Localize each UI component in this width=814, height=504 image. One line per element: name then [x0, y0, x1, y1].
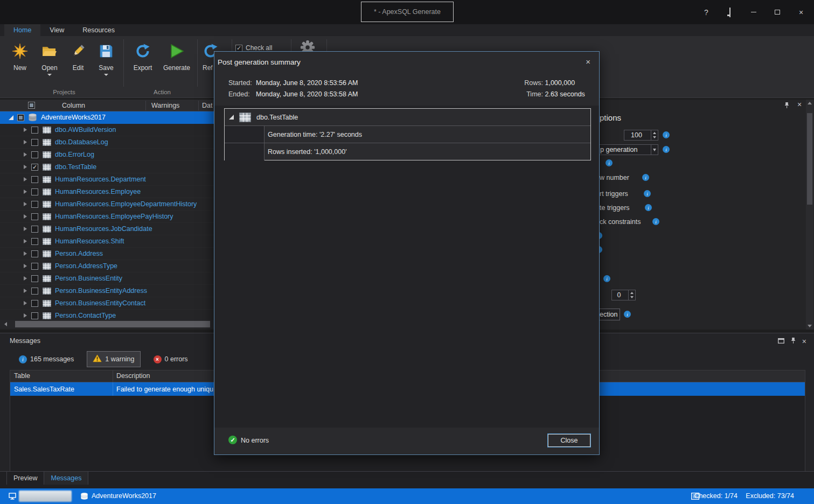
tree-item-checkbox[interactable]	[31, 201, 38, 208]
summary-table-row[interactable]: dbo.TestTable	[225, 109, 590, 126]
expand-arrow-icon[interactable]	[24, 152, 27, 157]
info-icon[interactable]: i	[663, 131, 670, 138]
table-row[interactable]: HumanResources.Department	[0, 173, 215, 186]
expand-arrow-icon[interactable]	[24, 289, 27, 293]
filter-messages-button[interactable]: i 165 messages	[13, 353, 79, 366]
tree-item-checkbox[interactable]	[31, 312, 38, 319]
column-header-data[interactable]: Dat	[202, 102, 212, 109]
collapse-arrow-icon[interactable]	[229, 115, 234, 120]
tab-resources[interactable]: Resources	[73, 24, 124, 36]
filter-errors-button[interactable]: × 0 errors	[148, 353, 193, 366]
column-header-column[interactable]: Column	[62, 102, 85, 109]
expand-arrow-icon[interactable]	[24, 276, 27, 281]
tree-root-row[interactable]: AdventureWorks2017	[0, 111, 215, 124]
expand-arrow-icon[interactable]	[24, 313, 27, 318]
expand-arrow-icon[interactable]	[24, 190, 27, 194]
scroll-up-icon[interactable]	[808, 102, 812, 104]
vertical-scrollbar[interactable]	[806, 100, 813, 330]
save-project-button[interactable]: Save	[92, 39, 121, 87]
column-divider[interactable]	[113, 370, 113, 382]
window-layout-icon[interactable]	[725, 8, 735, 17]
tree-item-checkbox[interactable]	[31, 188, 38, 195]
table-row[interactable]: HumanResources.Shift	[0, 235, 215, 248]
tab-home[interactable]: Home	[4, 24, 40, 36]
offset-spinner[interactable]: 0	[611, 290, 636, 300]
tree-item-checkbox[interactable]	[31, 263, 38, 270]
info-icon[interactable]: i	[652, 218, 659, 225]
scrollbar-thumb[interactable]	[807, 113, 812, 205]
tree-item-checkbox[interactable]	[31, 127, 38, 134]
help-button[interactable]: ?	[701, 8, 712, 17]
tree-item-checkbox[interactable]	[31, 213, 38, 220]
edit-project-button[interactable]: Edit	[65, 39, 92, 87]
info-icon[interactable]: i	[642, 174, 649, 181]
expand-arrow-icon[interactable]	[24, 301, 27, 305]
open-project-button[interactable]: Open	[34, 39, 65, 87]
column-header-warnings[interactable]: Warnings	[151, 102, 179, 109]
dialog-close-button[interactable]: Close	[548, 434, 590, 447]
dropdown-arrow-icon[interactable]	[651, 145, 658, 155]
pin-icon[interactable]	[790, 337, 796, 346]
close-button[interactable]: ×	[796, 8, 806, 17]
tree-root-checkbox[interactable]	[17, 114, 24, 121]
info-icon[interactable]: i	[644, 190, 651, 197]
expand-arrow-icon[interactable]	[24, 264, 27, 268]
table-row[interactable]: HumanResources.JobCandidate	[0, 223, 215, 235]
table-row[interactable]: Person.ContactType	[0, 310, 215, 320]
export-button[interactable]: Export	[127, 39, 159, 87]
expand-arrow-icon[interactable]	[24, 202, 27, 206]
table-row[interactable]: Person.BusinessEntityAddress	[0, 285, 215, 297]
table-row[interactable]: HumanResources.Employee	[0, 186, 215, 198]
tree-item-checkbox[interactable]	[31, 250, 38, 257]
tree-item-checkbox[interactable]	[31, 139, 38, 146]
tab-view[interactable]: View	[40, 24, 73, 36]
tree-item-checkbox[interactable]	[31, 176, 38, 183]
filter-warnings-button[interactable]: 1 warning	[87, 351, 140, 367]
maximize-button[interactable]	[772, 10, 783, 15]
info-icon[interactable]: i	[663, 146, 670, 153]
pin-icon[interactable]	[784, 102, 790, 110]
tree-item-checkbox[interactable]	[31, 300, 38, 307]
tree-item-checkbox[interactable]	[31, 238, 38, 245]
close-icon[interactable]: ×	[586, 57, 590, 66]
tree-item-checkbox[interactable]	[31, 288, 38, 295]
check-all-button[interactable]: ✓ Check all	[235, 44, 272, 52]
info-icon[interactable]: i	[624, 311, 631, 318]
info-icon[interactable]: i	[606, 159, 613, 166]
float-window-icon[interactable]	[778, 338, 784, 345]
table-row[interactable]: Person.BusinessEntityContact	[0, 297, 215, 310]
dialog-title-bar[interactable]: Post generation summary	[214, 52, 599, 72]
rows-count-spinner[interactable]: 100	[624, 130, 658, 141]
tree-item-checkbox[interactable]	[31, 164, 38, 171]
tree-item-checkbox[interactable]	[31, 151, 38, 158]
expand-arrow-icon[interactable]	[24, 165, 27, 169]
expand-arrow-icon[interactable]	[24, 128, 27, 132]
info-icon[interactable]: i	[645, 204, 652, 211]
table-row[interactable]: Person.AddressType	[0, 260, 215, 272]
table-row[interactable]: dbo.AWBuildVersion	[0, 124, 215, 136]
new-project-button[interactable]: New	[5, 39, 34, 87]
tab-messages[interactable]: Messages	[44, 472, 88, 485]
table-row[interactable]: dbo.DatabaseLog	[0, 136, 215, 149]
generate-button[interactable]: Generate	[159, 39, 194, 87]
column-divider[interactable]	[145, 101, 146, 110]
table-row[interactable]: HumanResources.EmployeePayHistory	[0, 211, 215, 223]
summary-detail-row[interactable]: Generation time: '2.27' seconds	[225, 126, 590, 143]
tree-item-checkbox[interactable]	[31, 226, 38, 233]
expand-arrow-icon[interactable]	[24, 214, 27, 219]
table-row[interactable]: HumanResources.EmployeeDepartmentHistory	[0, 198, 215, 211]
scroll-down-icon[interactable]	[808, 325, 812, 327]
expand-arrow-icon[interactable]	[24, 227, 27, 231]
table-row[interactable]: dbo.TestTable	[0, 161, 215, 173]
scroll-left-icon[interactable]	[4, 322, 7, 326]
expand-arrow-icon[interactable]	[24, 251, 27, 256]
column-divider[interactable]	[198, 101, 199, 110]
spinner-arrows[interactable]	[628, 290, 635, 300]
horizontal-scrollbar[interactable]	[0, 320, 214, 328]
spinner-arrows[interactable]	[651, 130, 658, 140]
table-row[interactable]: dbo.ErrorLog	[0, 149, 215, 161]
close-panel-icon[interactable]: ×	[797, 100, 802, 109]
generation-dropdown[interactable]: p generation	[590, 144, 658, 155]
info-icon[interactable]: i	[603, 275, 610, 282]
collapse-arrow-icon[interactable]	[9, 115, 13, 120]
